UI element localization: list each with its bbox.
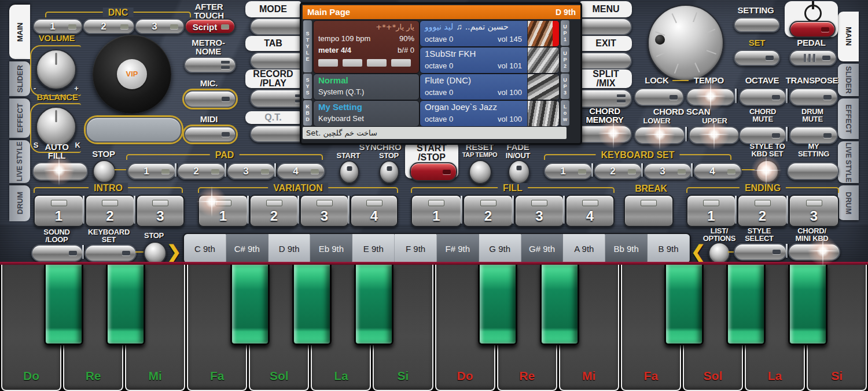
balance-knob[interactable]	[36, 107, 76, 147]
sidebar-right-tab-main[interactable]: MAIN	[838, 12, 859, 61]
variation-button-3[interactable]: 3	[300, 195, 349, 227]
reset-tap-tempo-knob[interactable]	[469, 160, 492, 184]
pad-button-2[interactable]: 2	[177, 163, 226, 180]
style-select-button[interactable]	[734, 243, 787, 261]
variation-button-1[interactable]: 1	[198, 195, 248, 227]
chord-list-strip[interactable]: C 9th C# 9th D 9th Eb 9th E 9th F 9th F#…	[183, 233, 691, 264]
chord-stop-knob[interactable]	[144, 242, 167, 265]
sidebar-left-tab-main[interactable]: MAIN	[9, 5, 30, 59]
part-row-up2[interactable]: 1SubStr FKH octave 0vol 101	[420, 47, 560, 74]
dnc-button-3[interactable]: 3	[135, 19, 185, 34]
black-key-dsharp-2[interactable]	[540, 265, 579, 345]
intro-button-1[interactable]: 1	[34, 195, 84, 227]
chord-cell[interactable]: D 9th	[269, 234, 311, 263]
keyboard-set-button-1[interactable]: 1	[544, 163, 593, 180]
part-row-up3[interactable]: Flute (DNC) octave 0vol 100	[420, 74, 560, 100]
sidebar-right-tab-slider[interactable]: SLIDER	[838, 64, 859, 96]
chord-scan-lower-button[interactable]	[634, 126, 685, 144]
set-button[interactable]	[734, 50, 780, 66]
transpose-button[interactable]	[789, 88, 838, 106]
style-info-panel[interactable]: يار يار*+*+ tempo 109 bpm90% meter 4/4b/…	[313, 20, 420, 74]
black-key-fsharp-2[interactable]	[664, 265, 704, 345]
chord-cell[interactable]: A 9th	[563, 234, 605, 263]
my-setting-button[interactable]	[787, 162, 839, 180]
intro-button-2[interactable]: 2	[85, 195, 135, 227]
chord-cell[interactable]: C 9th	[184, 234, 226, 263]
black-key-asharp-1[interactable]	[354, 265, 393, 345]
intro-button-3[interactable]: 3	[136, 195, 185, 227]
sidebar-left-tab-drum[interactable]: DRUM	[9, 185, 30, 221]
pad-button-1[interactable]: 1	[127, 163, 176, 180]
kbd-panel[interactable]: My Setting Keyboard Set	[313, 100, 420, 127]
sidebar-right-tab-drum[interactable]: DRUM	[838, 185, 859, 220]
chord-cell[interactable]: Eb 9th	[310, 234, 352, 263]
chord-cell[interactable]: B 9th	[648, 234, 690, 263]
black-key-asharp-2[interactable]	[788, 265, 827, 345]
part-row-low[interactable]: Organ Joey`s Jazz octave 0vol 100	[420, 100, 560, 127]
octave-button[interactable]	[739, 88, 786, 106]
ending-button-3[interactable]: 3	[789, 195, 839, 227]
pad-button-3[interactable]: 3	[227, 163, 275, 180]
style-to-kbd-set-knob[interactable]	[756, 160, 779, 183]
midi-button[interactable]	[184, 126, 236, 142]
metronome-button[interactable]	[184, 57, 236, 73]
sys-panel[interactable]: Normal System (Q.T.)	[313, 74, 420, 100]
fill-button-3[interactable]: 3	[514, 195, 564, 227]
auto-fill-button[interactable]	[32, 162, 88, 181]
sound-loop-button[interactable]	[31, 244, 83, 262]
pedal-button[interactable]	[789, 50, 837, 66]
chord-cell[interactable]: G# 9th	[521, 234, 564, 263]
synchro-stop-knob[interactable]	[379, 160, 399, 184]
black-key-csharp-2[interactable]	[478, 265, 517, 345]
chord-cell[interactable]: Bb 9th	[605, 234, 648, 263]
sidebar-right-tab-live-style[interactable]: LIVE STYLE	[838, 141, 859, 183]
sidebar-right-tab-effect[interactable]: EFFECT	[838, 98, 859, 139]
setting-button[interactable]	[734, 17, 780, 32]
ending-button-2[interactable]: 2	[737, 195, 788, 227]
part-row-up1[interactable]: لید نیووو ♫ حسین تمیم.. octave 0vol 145	[420, 20, 560, 47]
keyboard-set-button-4[interactable]: 4	[693, 163, 742, 180]
synchro-start-knob[interactable]	[339, 160, 359, 184]
chord-cell[interactable]: G 9th	[479, 234, 521, 263]
black-key-fsharp-1[interactable]	[230, 265, 270, 345]
chord-cell[interactable]: E 9th	[352, 234, 395, 263]
sidebar-left-tab-effect[interactable]: EFFECT	[9, 98, 30, 138]
tempo-button[interactable]	[686, 88, 735, 106]
volume-knob[interactable]	[36, 49, 76, 90]
chord-cell[interactable]: C# 9th	[226, 234, 269, 263]
list-options-knob[interactable]	[708, 242, 730, 264]
chevron-left-icon[interactable]: ❮	[691, 243, 705, 261]
keyboard-set-button-2[interactable]: 2	[594, 163, 642, 180]
mic-button[interactable]	[184, 90, 236, 108]
black-key-gsharp-2[interactable]	[726, 265, 766, 345]
power-button[interactable]	[789, 21, 836, 38]
variation-button-2[interactable]: 2	[249, 195, 299, 227]
fade-in-out-knob[interactable]	[508, 160, 530, 184]
chord-scan-upper-button[interactable]	[689, 126, 740, 144]
chevron-right-icon[interactable]: ❯	[167, 243, 181, 261]
variation-button-4[interactable]: 4	[350, 195, 398, 227]
fill-button-2[interactable]: 2	[463, 195, 513, 227]
dnc-button-1[interactable]: 1	[33, 19, 83, 34]
pad-button-4[interactable]: 4	[277, 163, 325, 180]
sidebar-left-tab-slider[interactable]: SLIDER	[9, 61, 30, 96]
lock-button[interactable]	[634, 88, 684, 106]
ending-button-1[interactable]: 1	[686, 195, 736, 227]
lcd-display[interactable]: Main Page D 9th STYLE SYS KBD يار يار*+*…	[300, 2, 582, 145]
fill-button-1[interactable]: 1	[411, 195, 462, 227]
pitch-bend-strip[interactable]	[86, 117, 182, 142]
script-button[interactable]: Script	[185, 19, 236, 34]
chord-cell[interactable]: F 9th	[395, 234, 437, 263]
start-stop-button[interactable]	[410, 162, 457, 181]
dnc-button-2[interactable]: 2	[83, 19, 135, 34]
fill-button-4[interactable]: 4	[565, 195, 615, 227]
black-key-gsharp-1[interactable]	[292, 265, 332, 345]
keyboard-set-button-3[interactable]: 3	[643, 163, 692, 180]
pad-stop-knob[interactable]	[93, 160, 116, 183]
keyboard-set-bottom-button[interactable]	[84, 244, 137, 262]
sidebar-left-tab-live-style[interactable]: LIVE STYLE	[9, 140, 30, 183]
break-button[interactable]	[624, 195, 674, 227]
black-key-csharp-1[interactable]	[44, 265, 83, 345]
black-key-dsharp-1[interactable]	[106, 265, 145, 345]
chord-mini-kbd-button[interactable]	[788, 243, 840, 261]
